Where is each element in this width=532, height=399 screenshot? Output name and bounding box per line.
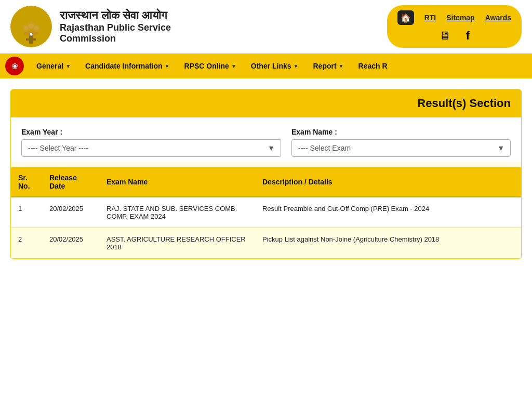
filter-name-group: Exam Name : ---- Select Exam ▼ (291, 128, 511, 157)
home-icon-button[interactable]: 🏠 (397, 10, 414, 25)
col-release-date: ReleaseDate (42, 167, 99, 197)
emblem-logo (10, 6, 52, 47)
cell-sr-2: 2 (11, 228, 42, 259)
filter-name-label: Exam Name : (291, 128, 511, 136)
filter-name-select[interactable]: ---- Select Exam (291, 139, 511, 157)
nav-other-arrow: ▼ (294, 63, 299, 69)
table-row: 1 20/02/2025 RAJ. STATE AND SUB. SERVICE… (11, 197, 521, 228)
header-title-group: राजस्थान लोक सेवा आयोग Rajasthan Public … (60, 9, 171, 44)
results-section-title: Result(s) Section (11, 89, 521, 117)
filter-year-select-wrapper: ---- Select Year ---- 2025 2024 2023 202… (21, 139, 281, 157)
header-left: राजस्थान लोक सेवा आयोग Rajasthan Public … (10, 6, 171, 47)
header-right-links: 🏠 RTI Sitemap Awards 🖥 f (387, 5, 522, 48)
col-exam-name: Exam Name (99, 167, 255, 197)
nav-candidate-information[interactable]: Candidate Information ▼ (78, 54, 177, 78)
nav-rpsc-arrow: ▼ (231, 63, 236, 69)
title-english-1: Rajasthan Public Service (60, 22, 171, 33)
cell-date-2: 20/02/2025 (42, 228, 99, 259)
table-header-row: Sr.No. ReleaseDate Exam Name Description… (11, 167, 521, 197)
nav-other-label: Other Links (251, 62, 291, 70)
header-bottom-icons: 🖥 f (439, 29, 470, 43)
table-body: 1 20/02/2025 RAJ. STATE AND SUB. SERVICE… (11, 197, 521, 259)
results-table: Sr.No. ReleaseDate Exam Name Description… (11, 167, 521, 259)
title-hindi: राजस्थान लोक सेवा आयोग (60, 9, 171, 22)
cell-exam-2: ASST. AGRICULTURE RESEARCH OFFICER 2018 (99, 228, 255, 259)
nav-report-arrow: ▼ (339, 63, 344, 69)
svg-point-9 (30, 33, 33, 36)
nav-candidate-label: Candidate Information (85, 62, 163, 70)
nav-candidate-arrow: ▼ (165, 63, 170, 69)
table-header: Sr.No. ReleaseDate Exam Name Description… (11, 167, 521, 197)
facebook-icon[interactable]: f (466, 29, 470, 43)
nav-reach-r[interactable]: Reach R (351, 54, 395, 78)
nav-report[interactable]: Report ▼ (305, 54, 351, 78)
header-top-links: 🏠 RTI Sitemap Awards (397, 10, 511, 25)
svg-point-7 (24, 26, 28, 30)
navbar-logo: ❀ (5, 57, 24, 75)
nav-other-links[interactable]: Other Links ▼ (244, 54, 306, 78)
cell-sr-1: 1 (11, 197, 42, 228)
svg-point-6 (29, 23, 34, 29)
nav-rpsc-online[interactable]: RPSC Online ▼ (177, 54, 244, 78)
monitor-icon[interactable]: 🖥 (439, 29, 450, 43)
filter-year-group: Exam Year : ---- Select Year ---- 2025 2… (21, 128, 281, 157)
nav-report-label: Report (313, 62, 336, 70)
filter-year-label: Exam Year : (21, 128, 281, 136)
nav-general[interactable]: General ▼ (29, 54, 78, 78)
nav-general-label: General (36, 62, 63, 70)
cell-exam-1: RAJ. STATE AND SUB. SERVICES COMB. COMP.… (99, 197, 255, 228)
svg-rect-1 (26, 38, 36, 41)
cell-date-1: 20/02/2025 (42, 197, 99, 228)
page-header: राजस्थान लोक सेवा आयोग Rajasthan Public … (0, 0, 532, 54)
main-navbar: ❀ General ▼ Candidate Information ▼ RPSC… (0, 54, 532, 78)
col-sr-no: Sr.No. (11, 167, 42, 197)
nav-rpsc-label: RPSC Online (184, 62, 229, 70)
rti-link[interactable]: RTI (424, 14, 436, 22)
cell-desc-1: Result Preamble and Cut-Off Comp (PRE) E… (255, 197, 521, 228)
filter-row: Exam Year : ---- Select Year ---- 2025 2… (11, 117, 521, 162)
results-section: Result(s) Section Exam Year : ---- Selec… (10, 89, 522, 259)
sitemap-link[interactable]: Sitemap (446, 14, 474, 22)
cell-desc-2: Pickup List against Non-Joine (Agricultu… (255, 228, 521, 259)
title-english-2: Commission (60, 33, 171, 44)
main-content: Result(s) Section Exam Year : ---- Selec… (0, 78, 532, 270)
filter-name-select-wrapper: ---- Select Exam ▼ (291, 139, 511, 157)
table-row: 2 20/02/2025 ASST. AGRICULTURE RESEARCH … (11, 228, 521, 259)
filter-year-select[interactable]: ---- Select Year ---- 2025 2024 2023 202… (21, 139, 281, 157)
col-description: Description / Details (255, 167, 521, 197)
awards-link[interactable]: Awards (485, 14, 511, 22)
nav-general-arrow: ▼ (65, 63, 71, 69)
nav-reach-label: Reach R (358, 62, 388, 70)
svg-point-8 (34, 26, 38, 30)
